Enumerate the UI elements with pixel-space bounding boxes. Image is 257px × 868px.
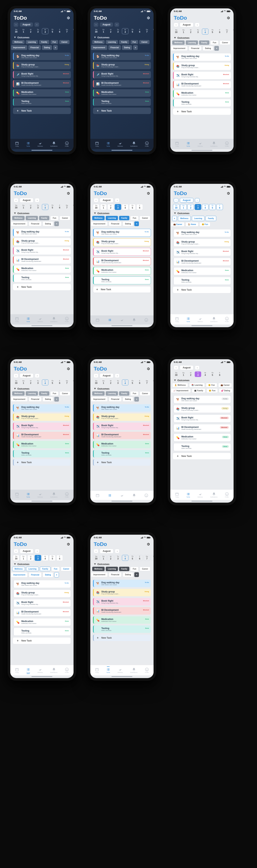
- day-cell[interactable]: Tu 3: [115, 379, 121, 385]
- add-outcome-button[interactable]: +: [172, 216, 177, 221]
- nav-wellness[interactable]: Wellness: [37, 668, 43, 673]
- prev-month-button[interactable]: ‹: [14, 23, 18, 27]
- filter-icon[interactable]: [174, 212, 176, 215]
- prev-month-button[interactable]: ‹: [174, 23, 178, 27]
- outcome-pill[interactable]: Wellness: [12, 391, 25, 396]
- day-cell[interactable]: Sa 30: [13, 555, 20, 561]
- nav-wellness[interactable]: Wellness: [198, 317, 203, 322]
- nav-todo[interactable]: To Do: [26, 317, 30, 322]
- outcome-pill[interactable]: Family: [119, 567, 129, 571]
- day-cell[interactable]: Th 5: [49, 28, 56, 34]
- day-cell[interactable]: W 4: [202, 204, 208, 210]
- task-card[interactable]: Testing Write unit tests Done: [93, 277, 151, 284]
- outcome-pill[interactable]: Wellness: [178, 216, 191, 221]
- task-card[interactable]: 🐕 Dog walking day With sisters and cousi…: [93, 53, 151, 60]
- add-outcome-button[interactable]: +: [134, 221, 139, 226]
- nav-profile[interactable]: Profile: [65, 141, 69, 147]
- filter-icon[interactable]: [14, 212, 16, 215]
- task-card[interactable]: Testing Write unit tests Done: [93, 450, 151, 458]
- month-label[interactable]: August: [100, 549, 114, 553]
- outcome-pill[interactable]: Career: [59, 40, 69, 44]
- outcome-pill[interactable]: Learning: [106, 567, 118, 571]
- task-card[interactable]: 🐕 Dog walking day With sisters and cousi…: [173, 396, 231, 403]
- add-outcome-button[interactable]: +: [54, 221, 59, 226]
- month-label[interactable]: August: [180, 23, 193, 27]
- outcome-pill[interactable]: Career: [60, 391, 70, 396]
- nav-today[interactable]: Today: [175, 317, 179, 322]
- day-cell[interactable]: Tu 3: [35, 28, 41, 34]
- filter-icon[interactable]: [14, 36, 16, 39]
- filter-icon[interactable]: [94, 388, 96, 390]
- task-card[interactable]: 📚 Study group Prep for thursday's exam… …: [173, 63, 231, 70]
- task-card[interactable]: 📚 Study group Prep for thursday's exam… …: [173, 405, 231, 413]
- nav-profile[interactable]: Profile: [145, 141, 149, 147]
- nav-notifications[interactable]: Notifications: [50, 317, 58, 322]
- day-cell[interactable]: F 6: [136, 204, 143, 210]
- task-card[interactable]: ✈️ Book flight Hong Kong business trip… …: [13, 423, 71, 430]
- task-card[interactable]: 💊 Medication Antibiotics from doctor Don…: [13, 441, 71, 448]
- day-cell[interactable]: M 2: [188, 371, 194, 377]
- task-card[interactable]: Testing Write unit tests Done: [173, 277, 231, 285]
- day-cell[interactable]: F 6: [217, 29, 223, 34]
- day-cell[interactable]: Sa 30: [93, 28, 99, 34]
- nav-notifications[interactable]: Notifications: [50, 141, 58, 147]
- nav-today[interactable]: Today: [15, 141, 19, 147]
- gear-icon[interactable]: [66, 367, 70, 371]
- outcome-pill[interactable]: Learning: [106, 216, 118, 220]
- nav-notifications[interactable]: Notifications: [132, 318, 136, 322]
- month-label[interactable]: August: [180, 365, 193, 370]
- task-card[interactable]: 🐕 Dog walking day With sisters and cousi…: [93, 229, 151, 237]
- day-cell[interactable]: Su 8: [71, 28, 73, 34]
- gear-icon[interactable]: [146, 16, 150, 20]
- outcome-pill[interactable]: 😊Fun: [206, 389, 218, 393]
- day-cell[interactable]: M 2: [27, 555, 34, 561]
- task-card[interactable]: 💊 Medication Antibiotics from doctor Don…: [93, 267, 151, 275]
- day-cell[interactable]: Tu 3: [35, 555, 41, 561]
- day-cell[interactable]: Sa 30: [13, 204, 20, 210]
- outcome-pill[interactable]: Family: [119, 216, 129, 220]
- day-cell[interactable]: Th 5: [129, 555, 136, 561]
- nav-todo[interactable]: To Do: [26, 141, 30, 147]
- nav-notifications[interactable]: Notifications: [50, 492, 58, 498]
- nav-today[interactable]: Today: [175, 492, 179, 498]
- outcome-pill[interactable]: Fun: [130, 216, 138, 220]
- outcome-pill[interactable]: Dating: [43, 572, 53, 578]
- task-card[interactable]: 💊 Medication Antibiotics from doctor Don…: [93, 441, 151, 448]
- prev-month-button[interactable]: ‹: [94, 198, 98, 202]
- task-card[interactable]: Testing Write unit tests Done: [13, 98, 71, 106]
- task-card[interactable]: 📊 BI Development Health Monitoring Dashb…: [13, 432, 71, 439]
- outcome-pill[interactable]: Family: [40, 567, 51, 571]
- day-cell[interactable]: M 2: [27, 28, 34, 34]
- gear-icon[interactable]: [226, 191, 230, 195]
- filter-icon[interactable]: [14, 388, 16, 390]
- day-cell[interactable]: W 4: [202, 29, 208, 34]
- outcome-pill[interactable]: Learning: [186, 40, 198, 45]
- outcome-pill[interactable]: 👪Family: [192, 389, 205, 393]
- task-card[interactable]: 📚 Study group Prep for thursday's exam… …: [13, 238, 71, 245]
- day-cell[interactable]: Su 1: [100, 555, 107, 561]
- outcome-pill[interactable]: Improvement: [91, 45, 107, 50]
- task-card[interactable]: 📚 Study group Prep for thursday's exam… …: [13, 590, 71, 597]
- outcome-pill[interactable]: Learning: [106, 391, 118, 396]
- day-cell[interactable]: F 6: [136, 379, 143, 385]
- outcome-pill[interactable]: Fun: [130, 391, 138, 396]
- day-cell[interactable]: Tu 3: [195, 204, 201, 210]
- outcome-pill[interactable]: Improvement: [11, 221, 28, 226]
- outcome-pill[interactable]: Learning: [192, 216, 204, 221]
- outcome-pill[interactable]: 📚Learning: [189, 383, 205, 387]
- outcome-pill[interactable]: Wellness: [92, 40, 105, 44]
- outcome-pill[interactable]: Financial: [108, 45, 121, 50]
- task-card[interactable]: ✈️ Book flight Hong Kong business trip… …: [93, 598, 151, 606]
- day-cell[interactable]: Th 5: [129, 204, 136, 210]
- nav-notifications[interactable]: Notifications: [210, 141, 218, 147]
- task-card[interactable]: 📊 BI Development Health Monitoring Dashb…: [93, 432, 151, 439]
- task-card[interactable]: 🐕 Dog walking day With sisters and cousi…: [173, 53, 231, 61]
- next-month-button[interactable]: ›: [115, 549, 120, 553]
- outcome-pill[interactable]: Family: [39, 216, 49, 220]
- prev-month-button[interactable]: ‹: [14, 374, 18, 378]
- gear-icon[interactable]: [146, 542, 150, 546]
- day-cell[interactable]: Su 1: [180, 371, 187, 377]
- add-outcome-button[interactable]: +: [134, 572, 139, 577]
- task-card[interactable]: 📊 BI Development Health Monitoring Dashb…: [93, 257, 151, 265]
- day-cell[interactable]: Th 5: [129, 379, 136, 385]
